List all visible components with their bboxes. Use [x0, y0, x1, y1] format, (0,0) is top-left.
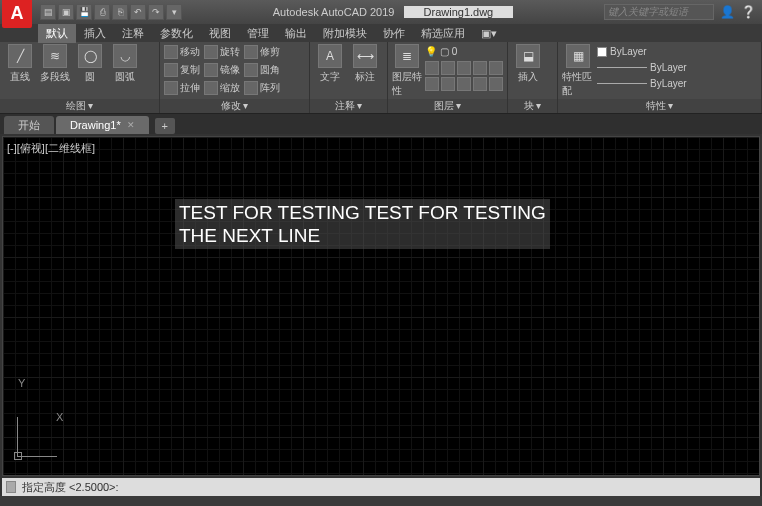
- layer-properties-icon: ≣: [395, 44, 419, 68]
- qat-open-icon[interactable]: ▣: [58, 4, 74, 20]
- text-icon: A: [318, 44, 342, 68]
- scale-button[interactable]: 缩放: [204, 80, 240, 96]
- panel-layer-title[interactable]: 图层 ▾: [388, 99, 507, 113]
- panel-modify-title[interactable]: 修改 ▾: [160, 99, 309, 113]
- scale-icon: [204, 81, 218, 95]
- viewport-label[interactable]: [-][俯视][二维线框]: [7, 141, 95, 156]
- layer-tool-icon[interactable]: [489, 77, 503, 91]
- tab-manage[interactable]: 管理: [239, 24, 277, 43]
- linetype-dropdown[interactable]: ByLayer: [597, 76, 687, 91]
- panel-layer: ≣图层特性 💡▢ 0 图层 ▾: [388, 42, 508, 113]
- layer-tool-icon[interactable]: [457, 77, 471, 91]
- panel-block: ⬓插入 块 ▾: [508, 42, 558, 113]
- add-tab-button[interactable]: +: [155, 118, 175, 134]
- title-right-icons: 👤 ❔: [720, 5, 756, 19]
- mirror-icon: [204, 63, 218, 77]
- layer-tool-icon[interactable]: [473, 77, 487, 91]
- start-tab[interactable]: 开始: [4, 116, 54, 134]
- circle-button[interactable]: ◯圆: [74, 44, 106, 84]
- canvas-grid: [3, 137, 759, 475]
- tab-parametric[interactable]: 参数化: [152, 24, 201, 43]
- tab-overflow-icon[interactable]: ▣▾: [473, 25, 505, 42]
- app-logo[interactable]: A: [2, 0, 32, 28]
- panel-block-title[interactable]: 块 ▾: [508, 99, 557, 113]
- line-button[interactable]: ╱直线: [4, 44, 36, 84]
- layer-tool-icon[interactable]: [473, 61, 487, 75]
- layer-tool-icon[interactable]: [441, 61, 455, 75]
- qat-saveas-icon[interactable]: ⎙: [94, 4, 110, 20]
- move-icon: [164, 45, 178, 59]
- qat-save-icon[interactable]: 💾: [76, 4, 92, 20]
- layer-dropdown[interactable]: 💡▢ 0: [425, 44, 503, 59]
- layer-tool-icon[interactable]: [425, 77, 439, 91]
- text-button[interactable]: A文字: [314, 44, 346, 84]
- tab-annotate[interactable]: 注释: [114, 24, 152, 43]
- panel-properties-title[interactable]: 特性 ▾: [558, 99, 761, 113]
- search-input[interactable]: 键入关键字或短语: [604, 4, 714, 20]
- tab-output[interactable]: 输出: [277, 24, 315, 43]
- qat-redo-icon[interactable]: ↷: [148, 4, 164, 20]
- arc-button[interactable]: ◡圆弧: [109, 44, 141, 84]
- layer-tool-icon[interactable]: [457, 61, 471, 75]
- title-bar: A ▤ ▣ 💾 ⎙ ⎘ ↶ ↷ ▾ Autodesk AutoCAD 2019 …: [0, 0, 762, 24]
- command-prompt: 指定高度 <2.5000>:: [22, 480, 119, 495]
- tab-view[interactable]: 视图: [201, 24, 239, 43]
- trim-icon: [244, 45, 258, 59]
- trim-button[interactable]: 修剪: [244, 44, 280, 60]
- tab-collab[interactable]: 协作: [375, 24, 413, 43]
- ucs-y-label: Y: [18, 377, 25, 389]
- copy-button[interactable]: 复制: [164, 62, 200, 78]
- qat-new-icon[interactable]: ▤: [40, 4, 56, 20]
- qat-more-icon[interactable]: ▾: [166, 4, 182, 20]
- ucs-origin-icon: [14, 452, 22, 460]
- document-tabs: 开始 Drawing1*✕ +: [0, 114, 762, 134]
- layer-tool-icon[interactable]: [425, 61, 439, 75]
- layer-tool-icon[interactable]: [441, 77, 455, 91]
- dimension-button[interactable]: ⟷标注: [349, 44, 381, 84]
- polyline-button[interactable]: ≋多段线: [39, 44, 71, 84]
- panel-modify: 移动 旋转 修剪 复制 镜像 圆角 拉伸 缩放 阵列 修改 ▾: [160, 42, 310, 113]
- fillet-button[interactable]: 圆角: [244, 62, 280, 78]
- command-handle-icon[interactable]: [6, 481, 16, 493]
- arc-icon: ◡: [113, 44, 137, 68]
- stretch-button[interactable]: 拉伸: [164, 80, 200, 96]
- signin-icon[interactable]: 👤: [720, 5, 735, 19]
- panel-properties: ▦特性匹配 ByLayer ByLayer ByLayer 特性 ▾: [558, 42, 762, 113]
- layer-tool-icon[interactable]: [489, 61, 503, 75]
- ribbon: ╱直线 ≋多段线 ◯圆 ◡圆弧 绘图 ▾ 移动 旋转 修剪 复制 镜像 圆角 拉…: [0, 42, 762, 114]
- tab-insert[interactable]: 插入: [76, 24, 114, 43]
- array-icon: [244, 81, 258, 95]
- circle-icon: ◯: [78, 44, 102, 68]
- qat-undo-icon[interactable]: ↶: [130, 4, 146, 20]
- ucs-indicator[interactable]: Y X: [17, 417, 57, 457]
- lineweight-icon: [597, 67, 647, 68]
- drawing-canvas[interactable]: [-][俯视][二维线框] TEST FOR TESTING TEST FOR …: [2, 136, 760, 476]
- insert-block-icon: ⬓: [516, 44, 540, 68]
- close-icon[interactable]: ✕: [127, 120, 135, 130]
- array-button[interactable]: 阵列: [244, 80, 280, 96]
- ucs-x-label: X: [56, 411, 63, 423]
- drawing-tab[interactable]: Drawing1*✕: [56, 116, 149, 134]
- panel-draw-title[interactable]: 绘图 ▾: [0, 99, 159, 113]
- rotate-button[interactable]: 旋转: [204, 44, 240, 60]
- command-line[interactable]: 指定高度 <2.5000>:: [2, 478, 760, 496]
- document-name: Drawing1.dwg: [404, 6, 514, 18]
- insert-block-button[interactable]: ⬓插入: [512, 44, 544, 84]
- drawing-text-object[interactable]: TEST FOR TESTING TEST FOR TESTING THE NE…: [175, 199, 550, 249]
- tab-default[interactable]: 默认: [38, 24, 76, 43]
- panel-annotation-title[interactable]: 注释 ▾: [310, 99, 387, 113]
- move-button[interactable]: 移动: [164, 44, 200, 60]
- lineweight-dropdown[interactable]: ByLayer: [597, 60, 687, 75]
- qat-plot-icon[interactable]: ⎘: [112, 4, 128, 20]
- color-swatch-icon: [597, 47, 607, 57]
- layer-properties-button[interactable]: ≣图层特性: [392, 44, 422, 98]
- match-properties-button[interactable]: ▦特性匹配: [562, 44, 594, 98]
- color-dropdown[interactable]: ByLayer: [597, 44, 687, 59]
- ribbon-tabs: 默认 插入 注释 参数化 视图 管理 输出 附加模块 协作 精选应用 ▣▾: [0, 24, 762, 42]
- bulb-icon: 💡: [425, 46, 437, 57]
- tab-addins[interactable]: 附加模块: [315, 24, 375, 43]
- mirror-button[interactable]: 镜像: [204, 62, 240, 78]
- tab-featured[interactable]: 精选应用: [413, 24, 473, 43]
- help-icon[interactable]: ❔: [741, 5, 756, 19]
- copy-icon: [164, 63, 178, 77]
